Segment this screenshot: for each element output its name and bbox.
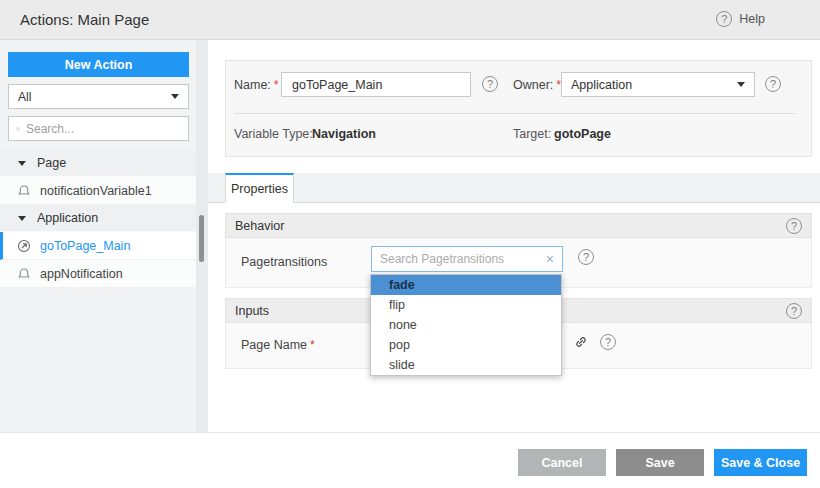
dropdown-option-flip[interactable]: flip	[371, 295, 561, 315]
notification-icon	[17, 267, 31, 281]
page-name-label: Page Name*	[241, 338, 315, 352]
chevron-down-icon	[737, 82, 745, 87]
name-help-icon[interactable]	[482, 76, 498, 92]
dialog-footer: Cancel Save Save & Close	[0, 432, 820, 488]
tab-bar: Properties	[208, 173, 820, 203]
tree-item-appnotification[interactable]: appNotification	[0, 260, 196, 288]
cancel-button[interactable]: Cancel	[518, 449, 606, 476]
name-label: Name:*	[234, 78, 279, 92]
tree-item-notificationvariable1[interactable]: notificationVariable1	[0, 177, 196, 205]
pagetransitions-combobox[interactable]	[371, 246, 563, 272]
tree-item-label: notificationVariable1	[40, 184, 152, 198]
tree-item-label: appNotification	[40, 267, 123, 281]
owner-value: Application	[571, 78, 632, 92]
help-label: Help	[739, 12, 765, 26]
actions-sidebar: New Action All Page notificationVariable…	[0, 40, 196, 432]
clear-icon[interactable]	[546, 252, 554, 266]
collapse-caret-icon	[18, 216, 26, 221]
required-marker: *	[274, 78, 279, 92]
action-summary-panel: Name:* Owner:* Application Variable Type…	[225, 60, 812, 157]
chevron-down-icon	[171, 94, 179, 99]
save-button[interactable]: Save	[616, 449, 704, 476]
notification-icon	[17, 184, 31, 198]
filter-select[interactable]: All	[8, 84, 189, 109]
tab-properties[interactable]: Properties	[225, 173, 294, 203]
scrollbar-thumb[interactable]	[199, 215, 204, 262]
dropdown-option-slide[interactable]: slide	[371, 355, 561, 375]
behavior-section-header: Behavior	[225, 213, 812, 238]
sidebar-search[interactable]	[8, 116, 189, 141]
required-marker: *	[310, 338, 315, 352]
owner-label: Owner:*	[513, 78, 561, 92]
save-and-close-button[interactable]: Save & Close	[714, 449, 807, 476]
variable-type-label: Variable Type:	[234, 127, 313, 141]
behavior-title: Behavior	[235, 219, 284, 233]
name-field[interactable]	[281, 72, 471, 97]
target-label: Target:	[513, 127, 551, 141]
dropdown-option-fade[interactable]: fade	[371, 275, 561, 295]
owner-help-icon[interactable]	[765, 76, 781, 92]
dialog-header: Actions: Main Page Help	[0, 0, 820, 40]
help-icon	[716, 11, 732, 27]
actions-tree: Page notificationVariable1 Application g…	[0, 150, 196, 288]
dropdown-option-none[interactable]: none	[371, 315, 561, 335]
filter-value: All	[18, 90, 31, 104]
behavior-help-icon[interactable]	[786, 218, 802, 234]
target-value: gotoPage	[554, 127, 611, 141]
pagetransitions-search-input[interactable]	[380, 252, 546, 266]
tree-item-label: goToPage_Main	[40, 239, 130, 253]
help-button[interactable]: Help	[716, 11, 765, 27]
inputs-title: Inputs	[235, 304, 269, 318]
search-input[interactable]	[26, 122, 181, 136]
search-icon	[16, 122, 20, 136]
collapse-caret-icon	[18, 161, 26, 166]
tree-group-application[interactable]: Application	[0, 205, 196, 232]
goto-page-icon	[17, 239, 31, 253]
tree-group-label: Application	[37, 211, 98, 225]
pagetransitions-label: Pagetransitions	[241, 255, 327, 269]
page-name-help-icon[interactable]	[600, 334, 616, 350]
link-binding-icon[interactable]	[573, 334, 589, 350]
sidebar-scrollbar[interactable]	[196, 40, 208, 432]
tree-item-gotopage-main[interactable]: goToPage_Main	[0, 232, 196, 260]
pagetransitions-help-icon[interactable]	[578, 249, 594, 265]
panel-divider	[234, 113, 795, 114]
new-action-button[interactable]: New Action	[8, 52, 189, 77]
inputs-help-icon[interactable]	[786, 303, 802, 319]
variable-type-value: Navigation	[312, 127, 376, 141]
tree-group-label: Page	[37, 156, 66, 170]
page-title: Actions: Main Page	[20, 11, 149, 28]
owner-select[interactable]: Application	[561, 72, 755, 97]
pagetransitions-dropdown: fade flip none pop slide	[370, 274, 562, 376]
dropdown-option-pop[interactable]: pop	[371, 335, 561, 355]
tree-group-page[interactable]: Page	[0, 150, 196, 177]
